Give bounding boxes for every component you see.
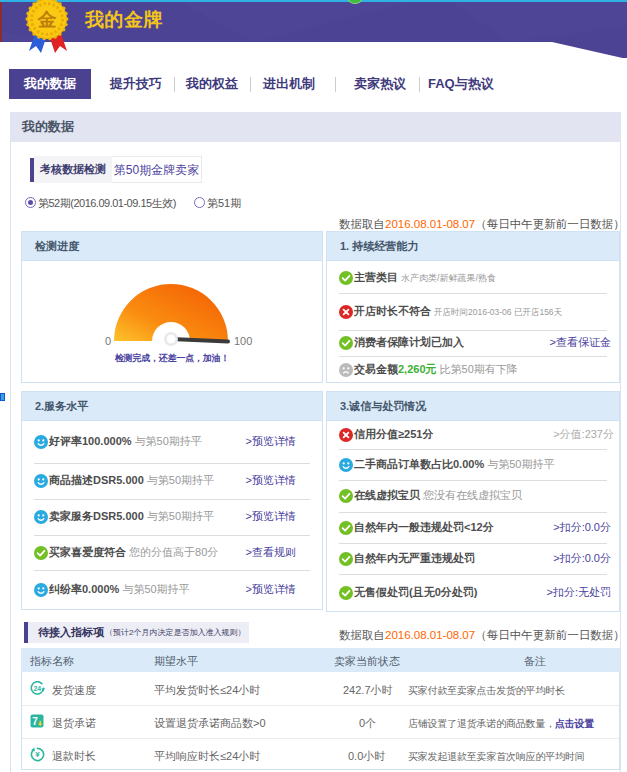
svg-text:金: 金 — [37, 9, 57, 30]
svg-text:100: 100 — [234, 335, 252, 347]
svg-text:0: 0 — [105, 335, 111, 347]
